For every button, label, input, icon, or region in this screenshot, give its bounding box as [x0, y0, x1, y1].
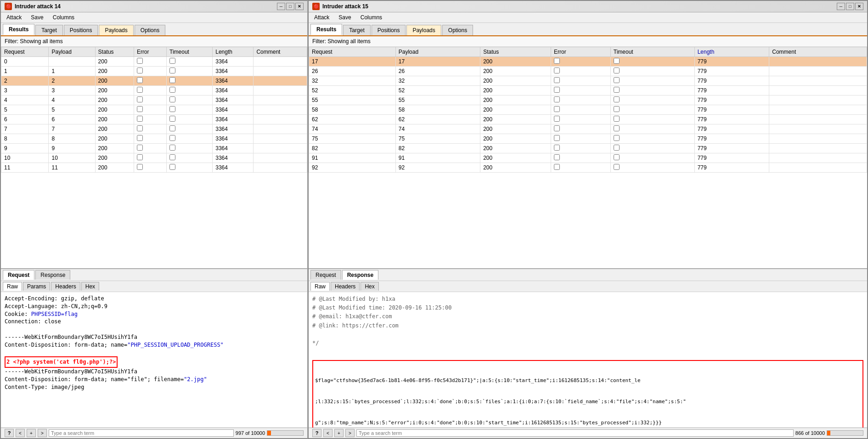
table-row[interactable]: 7474200779: [309, 124, 867, 134]
table-row[interactable]: 222003364: [1, 76, 307, 86]
table-row[interactable]: 332003364: [1, 86, 307, 96]
minimize-btn[interactable]: ─: [277, 3, 285, 10]
menu-attack-left[interactable]: Attack: [5, 13, 23, 22]
tab-results-right[interactable]: Results: [310, 24, 342, 35]
flag-line-1: $flag="ctfshow{35ed7ac6-1b81-4e06-8f95-f…: [315, 377, 861, 384]
tab-results-left[interactable]: Results: [3, 24, 34, 35]
right-app-icon: 🔴: [312, 3, 320, 10]
content-line-3: Cookie: PHPSESSID=flag: [5, 310, 304, 318]
maximize-btn[interactable]: □: [286, 3, 294, 10]
nav-next-right[interactable]: >: [345, 429, 355, 437]
inner-tab-headers-right[interactable]: Headers: [331, 282, 360, 291]
col-timeout-right[interactable]: Timeout: [610, 47, 694, 57]
help-btn-left[interactable]: ?: [5, 429, 14, 437]
table-row[interactable]: 11112003364: [1, 163, 307, 173]
status-text-left: 997 of 10000: [236, 430, 265, 436]
left-req-resp-tabs: Request Response: [1, 269, 307, 281]
tab-positions-right[interactable]: Positions: [372, 25, 406, 35]
table-row[interactable]: 3232200779: [309, 76, 867, 86]
col-timeout-left[interactable]: Timeout: [167, 47, 213, 57]
table-row[interactable]: 112003364: [1, 67, 307, 76]
col-payload-right[interactable]: Payload: [395, 47, 480, 57]
sub-tab-response-right[interactable]: Response: [342, 270, 378, 280]
inner-tab-headers-left[interactable]: Headers: [51, 282, 80, 291]
inner-tab-raw-right[interactable]: Raw: [310, 282, 330, 291]
table-row[interactable]: 7575200779: [309, 134, 867, 144]
table-row[interactable]: 10102003364: [1, 153, 307, 163]
col-comment-right[interactable]: Comment: [769, 47, 867, 57]
col-payload-left[interactable]: Payload: [49, 47, 95, 57]
right-window-controls: ─ □ ✕: [837, 3, 863, 10]
table-row[interactable]: 9191200779: [309, 153, 867, 163]
menu-save-right[interactable]: Save: [337, 13, 353, 22]
table-row[interactable]: 552003364: [1, 105, 307, 115]
nav-add-right[interactable]: +: [334, 429, 344, 437]
col-status-right[interactable]: Status: [480, 47, 551, 57]
col-request-right[interactable]: Request: [309, 47, 396, 57]
inner-tab-hex-right[interactable]: Hex: [361, 282, 378, 291]
inner-tab-params-left[interactable]: Params: [23, 282, 50, 291]
col-status-left[interactable]: Status: [95, 47, 134, 57]
right-menu-bar: Attack Save Columns: [309, 12, 867, 23]
table-row[interactable]: 662003364: [1, 115, 307, 124]
table-row[interactable]: 2626200779: [309, 67, 867, 76]
left-inner-tabs: Raw Params Headers Hex: [1, 281, 307, 292]
sub-tab-request-right[interactable]: Request: [310, 270, 341, 280]
menu-columns-right[interactable]: Columns: [359, 13, 384, 22]
tab-positions-left[interactable]: Positions: [64, 25, 98, 35]
table-row[interactable]: 6262200779: [309, 115, 867, 124]
left-menu-bar: Attack Save Columns: [1, 12, 307, 23]
nav-next-left[interactable]: >: [38, 429, 47, 437]
nav-add-left[interactable]: +: [27, 429, 36, 437]
left-app-icon: 🔴: [5, 3, 12, 10]
sub-tab-request-left[interactable]: Request: [3, 270, 34, 280]
nav-prev-left[interactable]: <: [16, 429, 25, 437]
tab-payloads-right[interactable]: Payloads: [406, 25, 441, 35]
inner-tab-raw-left[interactable]: Raw: [3, 282, 22, 291]
table-row[interactable]: 9292200779: [309, 163, 867, 173]
table-row[interactable]: 02003364: [1, 57, 307, 67]
table-row[interactable]: 992003364: [1, 144, 307, 153]
tab-target-left[interactable]: Target: [35, 25, 62, 35]
help-btn-right[interactable]: ?: [312, 429, 321, 437]
left-status-bar: ? < + > 997 of 10000: [1, 428, 307, 438]
nav-prev-right[interactable]: <: [323, 429, 333, 437]
table-row[interactable]: 772003364: [1, 124, 307, 134]
right-table-container[interactable]: Request Payload Status Error Timeout Len…: [309, 47, 867, 268]
table-row[interactable]: 5555200779: [309, 96, 867, 105]
tab-target-right[interactable]: Target: [343, 25, 370, 35]
menu-columns-left[interactable]: Columns: [51, 13, 76, 22]
search-input-right[interactable]: [356, 429, 794, 437]
table-row[interactable]: 1717200779: [309, 57, 867, 67]
close-btn-right[interactable]: ✕: [855, 3, 863, 10]
right-inner-tabs: Raw Headers Hex: [309, 281, 867, 292]
close-btn[interactable]: ✕: [295, 3, 304, 10]
col-length-right[interactable]: Length: [694, 47, 769, 57]
tab-options-left[interactable]: Options: [135, 25, 165, 35]
left-content-area: Accept-Encoding: gzip, deflate Accept-La…: [1, 292, 307, 428]
inner-tab-hex-left[interactable]: Hex: [81, 282, 99, 291]
menu-save-left[interactable]: Save: [29, 13, 45, 22]
search-input-left[interactable]: [49, 429, 234, 437]
col-error-left[interactable]: Error: [134, 47, 166, 57]
col-length-left[interactable]: Length: [213, 47, 254, 57]
tab-options-right[interactable]: Options: [442, 25, 473, 35]
table-row[interactable]: 442003364: [1, 96, 307, 105]
minimize-btn-right[interactable]: ─: [837, 3, 845, 10]
left-table-container[interactable]: Request Payload Status Error Timeout Len…: [1, 47, 307, 268]
sub-tab-response-left[interactable]: Response: [35, 270, 70, 280]
table-row[interactable]: 882003364: [1, 134, 307, 144]
col-comment-left[interactable]: Comment: [254, 47, 307, 57]
col-error-right[interactable]: Error: [551, 47, 611, 57]
table-row[interactable]: 5252200779: [309, 86, 867, 96]
menu-attack-right[interactable]: Attack: [312, 13, 331, 22]
col-request-left[interactable]: Request: [1, 47, 49, 57]
maximize-btn-right[interactable]: □: [846, 3, 854, 10]
table-row[interactable]: 8282200779: [309, 144, 867, 153]
php-payload-text: 2 <?php system('cat fl0g.php');?>: [5, 356, 118, 368]
left-bottom-section: Request Response Raw Params Headers Hex …: [1, 268, 307, 438]
tab-payloads-left[interactable]: Payloads: [99, 25, 133, 35]
left-filter-text: Filter: Showing all items: [5, 38, 63, 45]
table-row[interactable]: 5858200779: [309, 105, 867, 115]
content-line-8: Content-Disposition: form-data; name="fi…: [5, 376, 304, 383]
